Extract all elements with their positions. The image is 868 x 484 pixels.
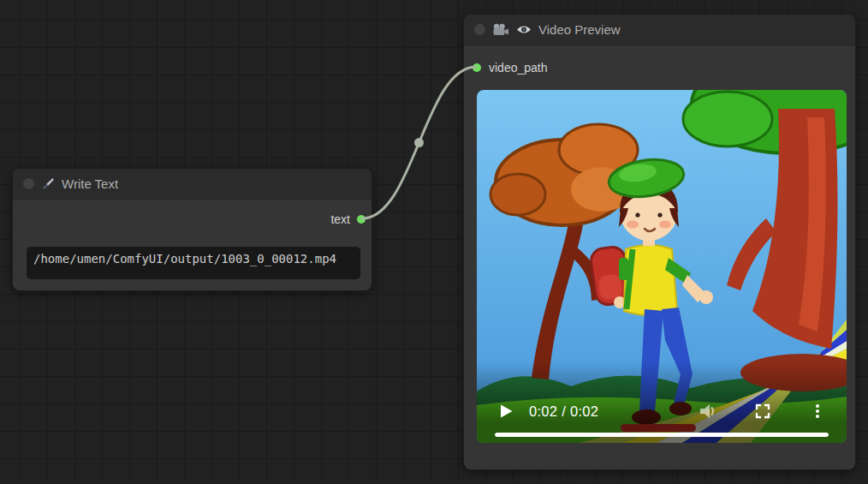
output-slot-text: text	[13, 206, 372, 232]
input-slot-dot[interactable]	[473, 63, 481, 72]
write-text-body: text /home/umen/ComfyUI/output/1003_0_00…	[13, 206, 372, 279]
text-input-widget[interactable]: /home/umen/ComfyUI/output/1003_0_00012.m…	[27, 247, 360, 279]
write-text-node[interactable]: Write Text text /home/umen/ComfyUI/outpu…	[12, 168, 372, 291]
video-controls-row: 0:02 / 0:02	[477, 402, 847, 421]
output-slot-dot[interactable]	[357, 215, 366, 224]
node-graph-canvas[interactable]: Write Text text /home/umen/ComfyUI/outpu…	[0, 0, 868, 484]
overflow-menu-button[interactable]	[809, 403, 826, 420]
eye-icon	[516, 24, 532, 35]
progress-bar[interactable]	[495, 433, 829, 437]
input-slot-video-path: video_path	[464, 54, 855, 81]
progress-fill	[495, 433, 829, 437]
fullscreen-button[interactable]	[754, 403, 771, 420]
collapse-toggle[interactable]	[474, 24, 485, 35]
write-text-title-bar[interactable]: Write Text	[13, 169, 372, 200]
play-button[interactable]	[499, 403, 514, 419]
wire-text-to-video-path[interactable]	[362, 67, 476, 218]
video-controls-overlay: 0:02 / 0:02	[477, 362, 847, 443]
time-display: 0:02 / 0:02	[529, 403, 598, 420]
input-slot-label: video_path	[489, 61, 548, 75]
node-title: Video Preview	[538, 22, 621, 37]
video-preview-title-bar[interactable]: Video Preview	[464, 15, 855, 45]
volume-button[interactable]	[698, 402, 716, 421]
video-preview-node[interactable]: Video Preview video_path	[463, 14, 856, 470]
brush-icon	[41, 177, 55, 191]
output-slot-label: text	[330, 212, 350, 226]
video-preview-player[interactable]: 0:02 / 0:02	[477, 90, 847, 443]
movie-camera-icon	[492, 23, 509, 37]
collapse-toggle[interactable]	[23, 178, 34, 189]
node-title: Write Text	[62, 176, 118, 191]
wire-midpoint-dot	[414, 138, 424, 147]
text-widget-value: /home/umen/ComfyUI/output/1003_0_00012.m…	[33, 252, 336, 266]
